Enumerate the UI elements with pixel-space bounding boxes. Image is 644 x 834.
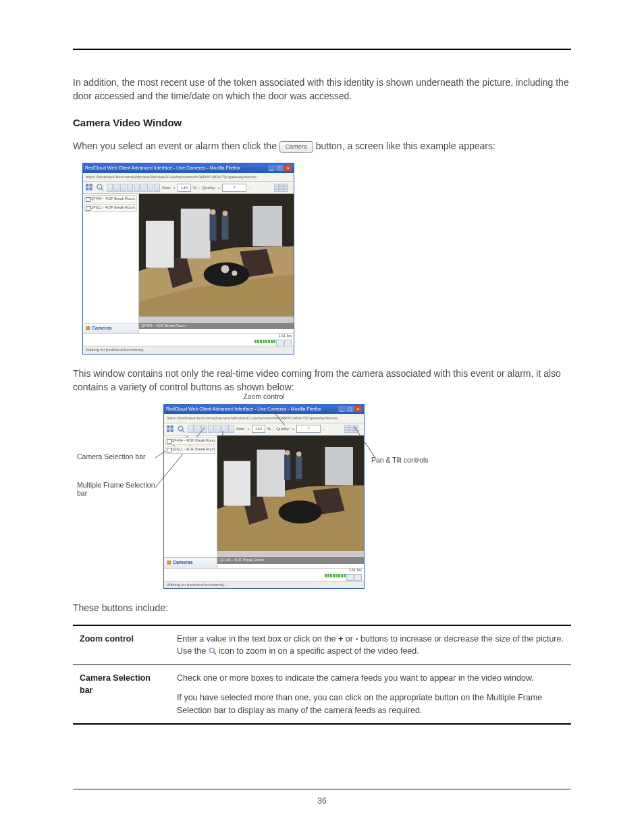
window-buttons: _ □ ×	[268, 165, 292, 171]
row-cell: Check one or more boxes to indicate the …	[170, 665, 571, 723]
mid-paragraph: This window contains not only the real-t…	[73, 367, 571, 394]
camera-sidebar: QF404 - 4CIF Break Room QF611 - 4CIF Bre…	[83, 194, 139, 333]
svg-rect-39	[284, 454, 290, 480]
left-callouts: Camera Selection bar Multiple Frame Sele…	[77, 404, 163, 517]
table-row: Camera Selection bar Check one or more b…	[73, 665, 571, 725]
video-caption: QF404 - 4CIF Break Room	[139, 323, 294, 330]
svg-rect-13	[252, 206, 282, 246]
these-buttons: These buttons include:	[73, 601, 571, 615]
svg-rect-12	[181, 209, 211, 259]
callout-multiframe: Multiple Frame Selection bar	[77, 481, 163, 497]
diagram-frame: Zoom control RedCloud Web Client Advance…	[163, 404, 365, 590]
row-header: Zoom control	[73, 626, 170, 665]
close-icon[interactable]: ×	[284, 165, 292, 171]
size-label: Size:	[162, 185, 171, 191]
frame-grid-buttons[interactable]	[107, 184, 160, 192]
row-cell: Enter a value in the text box or click o…	[170, 626, 571, 665]
svg-rect-19	[221, 215, 228, 240]
quality-label: Quality:	[202, 185, 215, 191]
svg-rect-1	[90, 184, 92, 187]
svg-point-18	[211, 209, 216, 215]
pct-label: %	[193, 185, 196, 191]
page: In addition, the most recent use of the …	[0, 0, 644, 834]
cameras-bar-icon: ▦	[86, 325, 90, 330]
window-titlebar: RedCloud Web Client Advanced Interface -…	[83, 163, 294, 173]
callout-camera-selection: Camera Selection bar	[77, 452, 163, 461]
page-footer: 36	[0, 783, 644, 807]
svg-point-20	[222, 211, 227, 216]
zoom-icon[interactable]	[96, 183, 105, 192]
callout-zoom: Zoom control	[163, 392, 365, 402]
grid-select-icon[interactable]	[85, 183, 94, 192]
record-icon[interactable]	[284, 340, 292, 346]
svg-rect-11	[146, 221, 174, 268]
svg-point-43	[209, 648, 214, 653]
svg-point-42	[296, 451, 302, 457]
post-text: button, a screen like this example appea…	[316, 140, 495, 151]
window-title: RedCloud Web Client Advanced Interface -…	[85, 165, 240, 172]
svg-line-5	[101, 188, 103, 190]
svg-line-23	[155, 427, 205, 488]
table-row: Zoom control Enter a value in the text b…	[73, 625, 571, 666]
address-bar[interactable]: https://[redcloud-hostname]/camera/Windo…	[83, 173, 294, 182]
q-minus-icon[interactable]: -	[248, 185, 250, 191]
intro-paragraph: In addition, the most recent use of the …	[73, 76, 571, 103]
svg-rect-37	[325, 447, 353, 486]
camera-list: QF404 - 4CIF Break Room QF611 - 4CIF Bre…	[83, 194, 138, 214]
svg-line-44	[213, 652, 216, 655]
camera-window-screenshot: RedCloud Web Client Advanced Interface -…	[82, 163, 294, 355]
cameras-bar[interactable]: ▦Cameras	[83, 323, 138, 333]
minus-icon[interactable]: -	[198, 185, 200, 191]
svg-rect-35	[223, 461, 250, 505]
fps-label: 1.61 fps	[278, 334, 292, 339]
maximize-icon[interactable]: □	[276, 165, 284, 171]
progress-chips	[254, 340, 292, 346]
minimize-icon[interactable]: _	[268, 165, 275, 171]
svg-rect-17	[210, 214, 217, 241]
svg-rect-2	[86, 188, 88, 190]
row-header: Camera Selection bar	[73, 665, 170, 723]
svg-line-21	[266, 404, 285, 425]
controls-table: Zoom control Enter a value in the text b…	[73, 625, 571, 725]
pan-tilt-cluster-icon[interactable]	[274, 184, 288, 192]
quality-select[interactable]: 7	[222, 184, 246, 192]
svg-point-4	[97, 184, 102, 189]
camera-checkbox-item[interactable]: QF404 - 4CIF Break Room	[84, 195, 137, 203]
pt-minus-icon[interactable]: -	[290, 185, 292, 191]
svg-point-15	[221, 265, 229, 273]
size-input[interactable]: 140	[178, 184, 191, 192]
svg-point-16	[232, 271, 237, 276]
svg-point-38	[279, 500, 322, 523]
section-heading: Camera Video Window	[73, 115, 571, 130]
plus-icon[interactable]: +	[173, 185, 176, 191]
top-rule	[73, 49, 571, 50]
svg-rect-3	[90, 188, 92, 190]
q-plus-icon[interactable]: +	[218, 185, 221, 191]
video-feed: QF404 - 4CIF Break Room	[139, 194, 294, 329]
svg-point-40	[285, 450, 290, 455]
svg-rect-36	[257, 449, 285, 496]
svg-rect-41	[296, 456, 302, 479]
camera-checkbox-item[interactable]: QF611 - 4CIF Break Room	[84, 204, 137, 212]
camera-select-paragraph: When you select an event or alarm then c…	[73, 139, 571, 153]
magnifier-icon	[209, 647, 217, 655]
annotated-diagram: Camera Selection bar Multiple Frame Sele…	[77, 404, 571, 590]
snapshot-icon[interactable]	[276, 340, 284, 346]
svg-rect-0	[86, 184, 88, 187]
page-number: 36	[317, 796, 326, 806]
lower-strip: 1.61 fps	[83, 333, 294, 346]
camera-button[interactable]: Camera	[279, 141, 313, 153]
toolbar: Size: + 140 % - Quality: + 7 - -	[83, 182, 294, 194]
pre-text: When you select an event or alarm then c…	[73, 140, 279, 151]
statusbar: Waiting for [redcloud-hostname]...	[83, 346, 294, 354]
